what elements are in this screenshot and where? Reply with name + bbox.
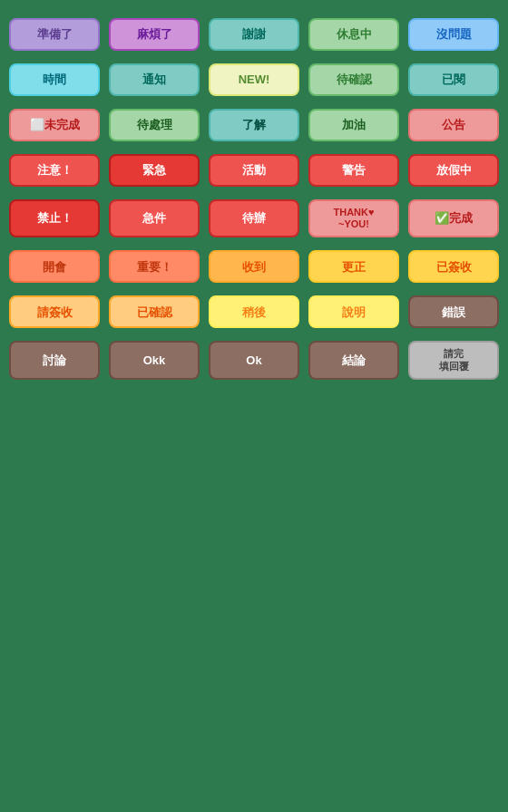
badge-item-21[interactable]: 急件	[109, 199, 200, 237]
badge-item-22[interactable]: 待辦	[209, 199, 299, 237]
badge-item-34[interactable]: 錯誤	[408, 295, 499, 328]
badge-item-17[interactable]: 活動	[209, 154, 299, 187]
badge-item-8[interactable]: 待確認	[308, 63, 399, 96]
badge-item-26[interactable]: 重要！	[109, 250, 200, 283]
badge-item-25[interactable]: 開會	[9, 250, 100, 283]
badge-item-10[interactable]: ⬜未完成	[9, 109, 100, 141]
badge-item-5[interactable]: 時間	[9, 63, 100, 96]
badge-item-14[interactable]: 公告	[408, 109, 499, 141]
badge-item-2[interactable]: 謝謝	[209, 18, 299, 51]
badge-item-13[interactable]: 加油	[308, 109, 399, 141]
badge-item-36[interactable]: Okk	[109, 341, 200, 379]
badge-item-33[interactable]: 說明	[308, 295, 399, 328]
badge-item-7[interactable]: NEW!	[209, 63, 299, 96]
badge-item-38[interactable]: 結論	[308, 341, 399, 379]
badge-item-23[interactable]: THANK♥ ~YOU!	[308, 199, 399, 237]
badge-item-20[interactable]: 禁止！	[9, 199, 100, 237]
badge-item-19[interactable]: 放假中	[408, 154, 499, 187]
badge-grid: 準備了麻煩了謝謝休息中沒問題時間通知NEW!待確認已閱⬜未完成待處理了解加油公告…	[9, 18, 499, 380]
badge-item-9[interactable]: 已閱	[408, 63, 499, 96]
badge-item-31[interactable]: 已確認	[109, 295, 200, 328]
badge-item-35[interactable]: 討論	[9, 341, 100, 379]
badge-item-15[interactable]: 注意！	[9, 154, 100, 187]
badge-item-27[interactable]: 收到	[209, 250, 299, 283]
badge-item-0[interactable]: 準備了	[9, 18, 100, 51]
badge-item-4[interactable]: 沒問題	[408, 18, 499, 51]
badge-item-30[interactable]: 請簽收	[9, 295, 100, 328]
badge-item-16[interactable]: 緊急	[109, 154, 200, 187]
badge-item-32[interactable]: 稍後	[209, 295, 299, 328]
badge-item-24[interactable]: ✅完成	[408, 199, 499, 237]
badge-item-28[interactable]: 更正	[308, 250, 399, 283]
badge-item-39[interactable]: 請完 填回覆	[408, 341, 499, 379]
badge-item-1[interactable]: 麻煩了	[109, 18, 200, 51]
badge-item-29[interactable]: 已簽收	[408, 250, 499, 283]
badge-item-37[interactable]: Ok	[209, 341, 299, 379]
badge-item-3[interactable]: 休息中	[308, 18, 399, 51]
badge-item-6[interactable]: 通知	[109, 63, 200, 96]
badge-item-11[interactable]: 待處理	[109, 109, 200, 141]
badge-item-12[interactable]: 了解	[209, 109, 299, 141]
badge-item-18[interactable]: 警告	[308, 154, 399, 187]
